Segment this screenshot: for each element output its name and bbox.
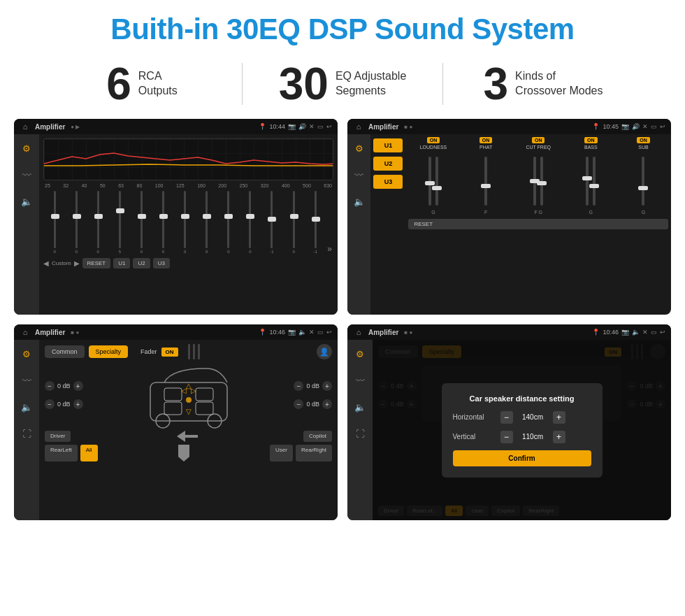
db-minus-fl[interactable]: − <box>45 381 55 391</box>
crossover-app-name: Amplifier <box>368 123 398 131</box>
sub-on[interactable]: ON <box>637 137 650 143</box>
fader-slider-1[interactable] <box>188 344 190 359</box>
distance-speaker-icon[interactable]: 🔈 <box>352 399 368 415</box>
dialog-title: Car speaker distance setting <box>453 394 591 403</box>
sub-slider[interactable] <box>642 157 644 206</box>
loudness-slider-right[interactable] <box>435 157 438 206</box>
distance-window-icon: ▭ <box>651 329 657 336</box>
eq-slider-7[interactable]: 0 <box>197 191 217 254</box>
window-icon: ▭ <box>317 123 324 130</box>
user-btn[interactable]: User <box>270 445 293 461</box>
eq-speaker-icon[interactable]: 🔈 <box>18 193 35 210</box>
horizontal-plus-btn[interactable]: + <box>553 411 565 424</box>
fader-filter-icon[interactable]: ⚙ <box>18 345 35 362</box>
db-control-rl: − 0 dB + <box>45 399 83 409</box>
fader-on-toggle[interactable]: ON <box>161 348 178 357</box>
fader-cam-icon: 📷 <box>288 329 296 336</box>
db-plus-fl[interactable]: + <box>73 381 83 391</box>
db-plus-rr[interactable]: + <box>322 399 332 409</box>
fader-expand-icon[interactable]: ⛶ <box>18 425 35 442</box>
db-plus-fr[interactable]: + <box>322 381 332 391</box>
eq-slider-3[interactable]: 5 <box>110 191 129 254</box>
phat-values: F <box>484 210 487 215</box>
u1-button[interactable]: U1 <box>373 138 403 152</box>
bass-slider-r[interactable] <box>593 157 596 206</box>
eq-slider-12[interactable]: -1 <box>305 191 325 254</box>
fader-slider-2[interactable] <box>193 344 195 359</box>
eq-filter-icon[interactable]: ⚙ <box>18 140 35 157</box>
cutfreq-slider-l[interactable] <box>533 157 536 206</box>
cutfreq-on[interactable]: ON <box>532 137 545 143</box>
back-icon: ↩ <box>326 123 332 130</box>
distance-panel-content: ⚙ 〰 🔈 ⛶ Common Specialty ON <box>347 340 671 520</box>
freq-100: 100 <box>155 183 164 188</box>
phat-slider[interactable] <box>484 157 487 206</box>
phat-col: ON PHAT F <box>461 137 511 215</box>
eq-next-btn[interactable]: ▶ <box>74 259 80 267</box>
u3-button[interactable]: U3 <box>373 175 403 189</box>
all-btn[interactable]: All <box>80 445 98 461</box>
fader-slider-3[interactable] <box>198 344 200 359</box>
driver-btn[interactable]: Driver <box>45 431 71 442</box>
confirm-button[interactable]: Confirm <box>453 450 591 466</box>
phat-on[interactable]: ON <box>480 137 493 143</box>
crossover-reset-btn[interactable]: RESET <box>408 219 668 229</box>
distance-filter-icon[interactable]: ⚙ <box>352 345 368 362</box>
u2-button[interactable]: U2 <box>373 157 403 171</box>
crossover-speaker-icon[interactable]: 🔈 <box>351 193 368 210</box>
fader-db-right: − 0 dB + − 0 dB + <box>294 365 332 411</box>
bass-col: ON BASS G <box>566 137 616 215</box>
crossover-close-icon: ✕ <box>642 123 648 130</box>
svg-marker-14 <box>178 445 189 461</box>
eq-slider-8[interactable]: 0 <box>219 191 238 254</box>
loudness-slider-left[interactable] <box>428 157 431 206</box>
copilot-btn[interactable]: Copilot <box>303 431 332 442</box>
eq-slider-9[interactable]: 0 <box>240 191 260 254</box>
vertical-minus-btn[interactable]: − <box>500 431 513 443</box>
eq-slider-4[interactable]: 0 <box>131 191 151 254</box>
close-icon: ✕ <box>309 123 315 130</box>
eq-wave-icon[interactable]: 〰 <box>18 166 35 183</box>
fader-window-icon: ▭ <box>317 329 324 336</box>
eq-slider-6[interactable]: 0 <box>175 191 195 254</box>
cutfreq-slider-r[interactable] <box>540 157 543 206</box>
loudness-on[interactable]: ON <box>427 137 440 143</box>
fader-speaker-icon[interactable]: 🔈 <box>18 399 35 415</box>
rearright-btn[interactable]: RearRight <box>296 445 332 461</box>
eq-slider-5[interactable]: 0 <box>153 191 173 254</box>
eq-slider-1[interactable]: 0 <box>66 191 86 254</box>
freq-200: 200 <box>218 183 226 188</box>
eq-u3-btn[interactable]: U3 <box>153 258 170 268</box>
fader-settings-icon[interactable]: 👤 <box>317 344 332 359</box>
screenshots-grid: ⌂ Amplifier ● ▶ 📍 10:44 📷 🔊 ✕ ▭ ↩ ⚙ 〰 🔈 <box>0 116 685 527</box>
distance-expand-icon[interactable]: ⛶ <box>352 425 368 442</box>
crossover-wave-icon[interactable]: 〰 <box>351 166 368 183</box>
eq-u1-btn[interactable]: U1 <box>113 258 130 268</box>
eq-reset-btn[interactable]: RESET <box>82 258 111 268</box>
eq-u2-btn[interactable]: U2 <box>133 258 150 268</box>
rearleft-btn[interactable]: RearLeft <box>45 445 78 461</box>
db-minus-rr[interactable]: − <box>294 399 303 409</box>
eq-slider-11[interactable]: 0 <box>284 191 303 254</box>
camera-icon: 📷 <box>288 123 296 130</box>
fader-wave-icon[interactable]: 〰 <box>18 372 35 389</box>
db-control-fr: − 0 dB + <box>294 381 332 391</box>
common-tab[interactable]: Common <box>45 345 85 358</box>
eq-slider-0[interactable]: 0 <box>45 191 64 254</box>
vertical-plus-btn[interactable]: + <box>553 431 565 443</box>
eq-slider-2[interactable]: 0 <box>88 191 108 254</box>
bass-slider-l[interactable] <box>586 157 589 206</box>
distance-wave-icon[interactable]: 〰 <box>352 372 368 389</box>
db-minus-rl[interactable]: − <box>45 399 55 409</box>
cutfreq-col: ON CUT FREQ F G <box>514 137 563 215</box>
horizontal-minus-btn[interactable]: − <box>500 411 513 424</box>
specialty-tab[interactable]: Specialty <box>89 345 129 358</box>
db-minus-fr[interactable]: − <box>294 381 303 391</box>
db-plus-rl[interactable]: + <box>73 399 83 409</box>
fader-down-icon <box>178 445 189 461</box>
bass-on[interactable]: ON <box>584 137 598 143</box>
crossover-dots: ■ ● <box>404 124 412 130</box>
eq-prev-btn[interactable]: ◀ <box>43 259 49 267</box>
eq-slider-10[interactable]: -1 <box>262 191 282 254</box>
crossover-filter-icon[interactable]: ⚙ <box>351 140 368 157</box>
